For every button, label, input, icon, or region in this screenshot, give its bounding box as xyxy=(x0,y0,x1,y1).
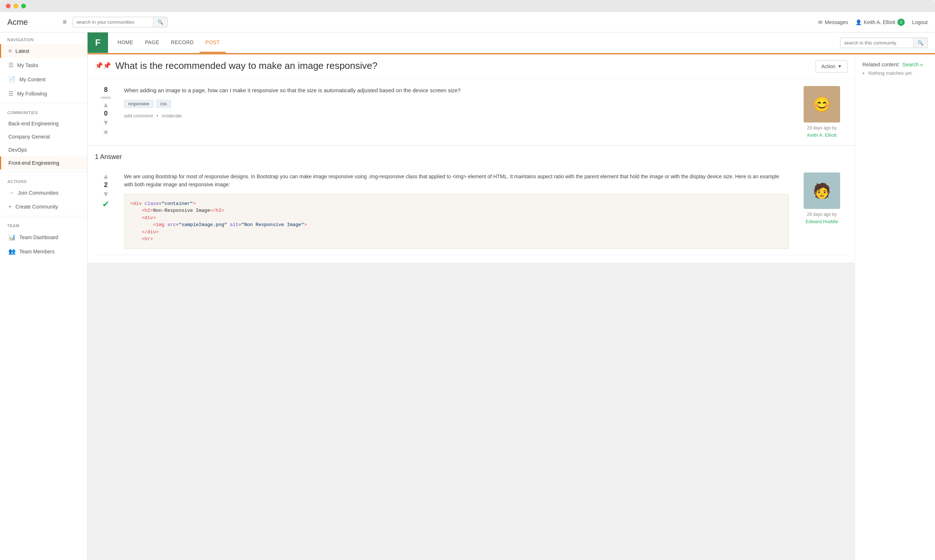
sidebar-divider-1 xyxy=(0,103,87,103)
related-list: Nothing matches yet. xyxy=(862,70,928,76)
related-title: Related content: Search » xyxy=(862,62,928,68)
team-section-title: TEAM xyxy=(0,218,87,230)
sidebar-label-my-tasks: My Tasks xyxy=(17,62,38,68)
messages-link[interactable]: ✉ Messages xyxy=(818,19,848,25)
nav-search-area: ≡ 🔍 xyxy=(60,17,242,27)
post-views-label: views xyxy=(101,95,111,100)
global-search-input[interactable] xyxy=(73,17,153,27)
sidebar-item-my-following[interactable]: ☰ My Following xyxy=(0,86,87,101)
sidebar-item-team-dashboard[interactable]: 📊 Team Dashboard xyxy=(0,230,87,244)
backend-label: Back-end Engineering xyxy=(8,121,59,126)
global-search-button[interactable]: 🔍 xyxy=(153,17,167,27)
post-body: 8 views ▲ 0 ▼ ★ When adding an image to … xyxy=(88,79,855,145)
create-icon: + xyxy=(8,203,12,210)
action-dropdown-button[interactable]: Action ▼ xyxy=(816,60,847,72)
post-date: 29 days ago by xyxy=(796,125,847,131)
sidebar-item-latest[interactable]: ≡ Latest xyxy=(0,44,87,58)
answer-downvote-button[interactable]: ▼ xyxy=(102,190,110,198)
sidebar-label-latest: Latest xyxy=(15,48,29,54)
code-block: <div class="container"> <h2>Non-Responsi… xyxy=(124,194,789,249)
related-search-link[interactable]: Search » xyxy=(903,62,923,68)
top-navbar: Acme ≡ 🔍 ✉ Messages 👤 Keith A. Elliott 0… xyxy=(0,12,935,32)
tab-post[interactable]: POST xyxy=(200,33,225,53)
user-name: Keith A. Elliott xyxy=(864,19,895,25)
app-body: NAVIGATION ≡ Latest ☰ My Tasks 📄 My Cont… xyxy=(0,32,935,560)
community-search-input[interactable] xyxy=(841,38,913,48)
envelope-icon: ✉ xyxy=(818,19,822,25)
user-badge: 0 xyxy=(897,18,905,26)
sidebar-item-team-members[interactable]: 👥 Team Members xyxy=(0,244,87,258)
post-vote-section: 8 views ▲ 0 ▼ ★ xyxy=(95,86,117,138)
post-author-meta: 😊 29 days ago by Keith A. Elliott xyxy=(796,86,847,138)
tab-home[interactable]: HOME xyxy=(112,33,139,53)
community-search-area: 🔍 xyxy=(840,38,935,48)
post-vote-count: 0 xyxy=(104,110,108,117)
sidebar-label-my-following: My Following xyxy=(17,91,47,97)
answers-section: 1 Answer ▲ 2 ▼ ✔ We are using Bootstrap … xyxy=(88,145,855,263)
post-author-name[interactable]: Keith A. Elliott xyxy=(807,132,836,138)
sidebar: NAVIGATION ≡ Latest ☰ My Tasks 📄 My Cont… xyxy=(0,32,88,560)
content-icon: 📄 xyxy=(8,76,16,83)
community-tabs: HOME PAGE RECORD POST xyxy=(108,33,840,53)
post-main-area: 📌 What is the recommended way to make an… xyxy=(88,54,855,560)
add-comment-link[interactable]: add comment xyxy=(124,113,153,118)
close-traffic-light[interactable] xyxy=(6,4,11,8)
tab-page[interactable]: PAGE xyxy=(139,33,165,53)
answer-content: We are using Bootstrap for most of respo… xyxy=(124,172,789,249)
maximize-traffic-light[interactable] xyxy=(21,4,26,8)
sidebar-item-my-content[interactable]: 📄 My Content xyxy=(0,72,87,86)
logout-button[interactable]: Logout xyxy=(912,19,928,25)
sidebar-divider-3 xyxy=(0,216,87,216)
post-downvote-button[interactable]: ▼ xyxy=(102,119,110,126)
sidebar-item-my-tasks[interactable]: ☰ My Tasks xyxy=(0,58,87,72)
related-label: Related content: xyxy=(862,62,900,68)
sidebar-label-my-content: My Content xyxy=(19,77,46,82)
community-logo: F xyxy=(88,32,108,53)
sidebar-item-devops[interactable]: DevOps xyxy=(0,143,87,156)
community-header: F HOME PAGE RECORD POST 🔍 xyxy=(88,32,935,53)
latest-icon: ≡ xyxy=(8,48,12,54)
moderate-link[interactable]: moderate xyxy=(162,113,182,118)
answer-author-name[interactable]: Edward Huddle xyxy=(806,219,838,224)
dropdown-arrow-icon: ▼ xyxy=(838,64,842,69)
dashboard-icon: 📊 xyxy=(8,234,16,241)
create-label: Create Community xyxy=(15,204,58,210)
tag-css[interactable]: css xyxy=(156,100,171,108)
team-members-label: Team Members xyxy=(19,249,54,254)
community-search-button[interactable]: 🔍 xyxy=(913,38,927,48)
sidebar-item-create-community[interactable]: + Create Community xyxy=(0,200,87,214)
post-upvote-button[interactable]: ▲ xyxy=(102,101,110,108)
post-author-avatar: 😊 xyxy=(804,86,840,123)
minimize-traffic-light[interactable] xyxy=(14,4,18,8)
tag-responsive[interactable]: responsive xyxy=(124,100,153,108)
post-actions: add comment • moderate xyxy=(124,113,789,118)
post-views-count: 8 xyxy=(104,86,108,94)
answer-author-avatar: 🧑 xyxy=(804,172,840,209)
post-header: 📌 What is the recommended way to make an… xyxy=(88,54,855,79)
post-content: When adding an image to a page, how can … xyxy=(124,86,789,138)
sidebar-item-join-communities[interactable]: → Join Communities xyxy=(0,186,87,200)
user-icon: 👤 xyxy=(855,19,862,25)
post-star-button[interactable]: ★ xyxy=(103,128,109,136)
post-title: What is the recommended way to make an i… xyxy=(115,60,811,71)
company-label: Company General xyxy=(8,134,50,140)
hamburger-button[interactable]: ≡ xyxy=(60,17,70,27)
answer-upvote-button[interactable]: ▲ xyxy=(102,172,110,180)
sidebar-item-company-general[interactable]: Company General xyxy=(0,130,87,143)
sidebar-item-frontend-engineering[interactable]: Front-end Engineering xyxy=(0,156,87,169)
answer-vote-count: 2 xyxy=(104,181,108,189)
members-icon: 👥 xyxy=(8,248,16,255)
related-no-match: Nothing matches yet. xyxy=(868,70,928,76)
communities-section-title: COMMUNITIES xyxy=(0,105,87,117)
messages-label: Messages xyxy=(825,19,848,25)
related-sidebar: Related content: Search » Nothing matche… xyxy=(855,54,935,560)
tab-record[interactable]: RECORD xyxy=(165,33,199,53)
answers-title: 1 Answer xyxy=(95,153,847,161)
sidebar-item-backend-engineering[interactable]: Back-end Engineering xyxy=(0,117,87,130)
window-chrome xyxy=(0,0,935,12)
navigation-section-title: NAVIGATION xyxy=(0,32,87,44)
action-label: Action xyxy=(821,63,835,69)
post-tags: responsive css xyxy=(124,100,789,108)
global-search-box: 🔍 xyxy=(73,17,168,27)
answer-text: We are using Bootstrap for most of respo… xyxy=(124,172,789,189)
